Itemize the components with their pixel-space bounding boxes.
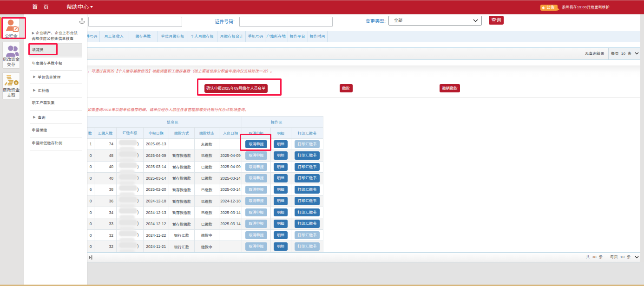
svg-text:¥: ¥ <box>15 81 18 85</box>
